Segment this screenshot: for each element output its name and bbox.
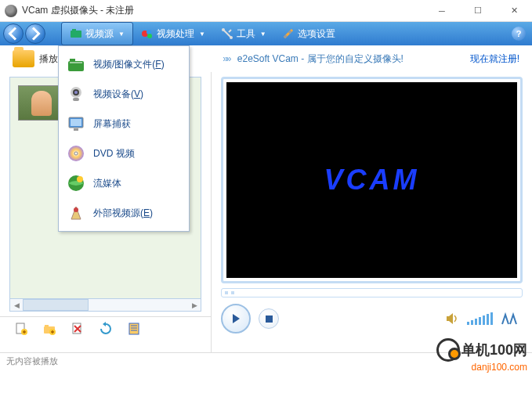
add-file-icon[interactable] [14, 322, 28, 336]
speaker-icon[interactable] [445, 312, 459, 326]
equalizer-icon[interactable] [501, 312, 523, 326]
menu-item-dvd-video[interactable]: DVD 视频 [59, 139, 189, 168]
menu-label: DVD 视频 [93, 147, 135, 160]
external-icon [67, 204, 85, 222]
register-link[interactable]: 现在就注册! [470, 52, 519, 66]
tools-icon [221, 27, 233, 40]
webcam-icon [67, 85, 85, 103]
monitor-icon [67, 114, 85, 133]
toolbar-video-source[interactable]: 视频源 ▼ [61, 22, 133, 45]
toolbar-label: 视频源 [85, 27, 114, 41]
titlebar: VCam 虚拟摄像头 - 未注册 ─ ☐ ✕ [0, 0, 532, 22]
arrows-icon: »» [223, 53, 230, 64]
svg-point-19 [77, 176, 83, 182]
svg-rect-15 [74, 128, 78, 131]
video-preview-box: VCAM [221, 77, 523, 283]
video-process-icon [141, 27, 154, 40]
svg-rect-12 [73, 98, 79, 101]
menu-label: 视频/图像文件(F) [93, 58, 165, 71]
minimize-button[interactable]: ─ [424, 0, 460, 21]
svg-rect-8 [70, 59, 75, 61]
svg-rect-28 [266, 315, 273, 323]
forward-button[interactable] [25, 23, 45, 44]
svg-rect-27 [129, 323, 139, 334]
scroll-right-icon[interactable]: ▶ [188, 299, 201, 311]
video-preview: VCAM [226, 82, 517, 278]
disc-icon [67, 144, 85, 163]
progress-bar[interactable] [221, 288, 523, 297]
chevron-down-icon: ▼ [118, 31, 125, 38]
watermark: 单机100网 danji100.com [436, 338, 527, 373]
menu-label: 视频设备(V) [93, 88, 143, 101]
menu-label: 外部视频源(E) [93, 207, 153, 220]
toolbar-tools[interactable]: 工具 ▼ [213, 22, 274, 45]
window-title: VCam 虚拟摄像头 - 未注册 [22, 4, 424, 17]
playlist-label: 播放 [39, 52, 58, 66]
preview-panel: VCAM [212, 72, 532, 352]
horizontal-scrollbar[interactable]: ◀ ▶ [10, 298, 201, 311]
svg-rect-14 [71, 119, 81, 126]
main-toolbar: 视频源 ▼ 视频处理 ▼ 工具 ▼ 选项设置 ? [0, 22, 532, 45]
scroll-left-icon[interactable]: ◀ [10, 299, 23, 311]
chevron-down-icon: ▼ [199, 31, 205, 38]
folder-icon [67, 55, 85, 74]
svg-point-11 [74, 91, 78, 94]
watermark-url: danji100.com [472, 362, 527, 373]
svg-rect-1 [72, 29, 76, 31]
list-icon[interactable] [127, 322, 141, 336]
toolbar-video-process[interactable]: 视频处理 ▼ [133, 22, 213, 45]
svg-point-4 [147, 34, 152, 38]
volume-slider[interactable] [467, 312, 493, 325]
help-button[interactable]: ? [512, 27, 526, 41]
options-icon [282, 27, 295, 40]
watermark-logo-icon [436, 338, 460, 362]
svg-point-20 [74, 207, 78, 212]
scroll-thumb[interactable] [23, 299, 89, 311]
play-button[interactable] [221, 304, 251, 334]
video-source-menu: 视频/图像文件(F) 视频设备(V) 屏幕捕获 DVD 视频 流媒体 外部视频源… [58, 45, 190, 232]
svg-point-3 [147, 30, 151, 34]
vcam-logo-text: VCAM [324, 164, 420, 196]
toolbar-options[interactable]: 选项设置 [274, 22, 343, 45]
svg-rect-0 [71, 31, 81, 38]
refresh-icon[interactable] [99, 322, 113, 336]
playlist-toolbar [0, 316, 211, 340]
svg-point-5 [222, 28, 225, 31]
globe-icon [67, 174, 85, 193]
toolbar-label: 视频处理 [157, 27, 194, 41]
svg-point-6 [230, 36, 233, 39]
back-button[interactable] [3, 23, 24, 44]
app-icon [5, 5, 17, 17]
menu-item-video-device[interactable]: 视频设备(V) [59, 79, 189, 109]
playback-controls [221, 304, 523, 334]
toolbar-label: 选项设置 [298, 27, 335, 41]
menu-item-external-source[interactable]: 外部视频源(E) [59, 198, 189, 228]
svg-rect-24 [45, 325, 49, 326]
window-buttons: ─ ☐ ✕ [424, 0, 532, 21]
watermark-brand: 单机100网 [461, 341, 527, 359]
delete-icon[interactable] [71, 322, 85, 336]
menu-item-stream[interactable]: 流媒体 [59, 168, 189, 198]
stop-button[interactable] [259, 308, 279, 329]
video-source-icon [70, 27, 82, 40]
menu-label: 屏幕捕获 [93, 117, 131, 131]
status-text: 无内容被播放 [6, 355, 58, 367]
close-button[interactable]: ✕ [496, 0, 532, 21]
folder-icon [13, 50, 34, 67]
toolbar-label: 工具 [237, 27, 255, 41]
menu-label: 流媒体 [93, 177, 121, 190]
menu-item-screen-capture[interactable]: 屏幕捕获 [59, 109, 189, 139]
chevron-down-icon: ▼ [260, 31, 266, 38]
menu-item-video-image-file[interactable]: 视频/图像文件(F) [59, 49, 189, 79]
add-folder-icon[interactable] [42, 322, 56, 336]
maximize-button[interactable]: ☐ [460, 0, 496, 21]
svg-point-17 [74, 152, 78, 155]
tagline: »» e2eSoft VCam - 属于您的自定义摄像头! [223, 52, 404, 66]
